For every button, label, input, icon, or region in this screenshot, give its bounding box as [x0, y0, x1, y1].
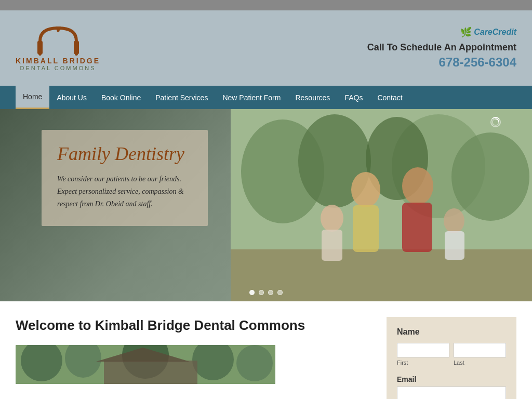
- svg-rect-0: [37, 41, 43, 54]
- hero-description: We consider our patients to be our frien…: [57, 173, 192, 210]
- svg-rect-25: [104, 361, 197, 384]
- svg-rect-13: [402, 203, 432, 252]
- carousel-dot-1[interactable]: [249, 290, 255, 295]
- svg-point-12: [402, 167, 433, 205]
- first-name-input[interactable]: [397, 343, 449, 357]
- top-bar: [0, 0, 532, 10]
- svg-point-16: [444, 208, 464, 233]
- header: KIMBALL BRIDGE DENTAL COMMONS 🌿 CareCred…: [0, 10, 532, 86]
- nav-item-about[interactable]: About Us: [49, 86, 94, 109]
- carousel-dot-2[interactable]: [259, 290, 264, 295]
- logo-arch-icon: [30, 25, 87, 57]
- svg-point-14: [321, 205, 343, 232]
- email-input[interactable]: [397, 387, 506, 399]
- carousel-dot-4[interactable]: [277, 290, 283, 295]
- care-credit-label: CareCredit: [474, 28, 516, 37]
- leaf-icon: 🌿: [460, 26, 472, 38]
- building-image: [16, 345, 275, 384]
- svg-marker-2: [56, 26, 61, 32]
- last-label: Last: [454, 360, 506, 366]
- nav-item-faqs[interactable]: FAQs: [337, 86, 370, 109]
- form-email-group: [397, 387, 506, 399]
- care-credit-badge: 🌿 CareCredit: [367, 26, 516, 38]
- form-name-label: Name: [397, 327, 506, 337]
- hero-section: Family Dentistry We consider our patient…: [0, 109, 532, 301]
- nav-item-patient-services[interactable]: Patient Services: [148, 86, 215, 109]
- hero-text-box: Family Dentistry We consider our patient…: [42, 130, 208, 226]
- svg-point-7: [451, 132, 529, 221]
- bottom-left: Welcome to Kimball Bridge Dental Commons: [16, 317, 371, 399]
- logo-line2: DENTAL COMMONS: [20, 65, 96, 71]
- logo: KIMBALL BRIDGE DENTAL COMMONS: [16, 25, 100, 71]
- hero-photo-svg: [231, 109, 532, 301]
- nav-item-new-patient-form[interactable]: New Patient Form: [215, 86, 288, 109]
- svg-rect-1: [74, 41, 79, 54]
- nav-item-book[interactable]: Book Online: [94, 86, 148, 109]
- building-svg: [16, 345, 275, 384]
- header-right: 🌿 CareCredit Call To Schedule An Appoint…: [367, 26, 516, 70]
- form-first-group: First: [397, 343, 449, 366]
- schedule-text: Call To Schedule An Appointment: [367, 42, 516, 53]
- nav-item-home[interactable]: Home: [16, 86, 49, 109]
- bottom-content: Welcome to Kimball Bridge Dental Commons…: [0, 301, 532, 399]
- welcome-title: Welcome to Kimball Bridge Dental Commons: [16, 317, 371, 335]
- svg-point-10: [351, 172, 380, 207]
- carousel-dot-3[interactable]: [268, 290, 273, 295]
- sidebar-form: Name First Last Email Phone: [387, 317, 516, 399]
- hero-photo: [231, 109, 532, 301]
- hero-title: Family Dentistry: [57, 143, 192, 165]
- svg-rect-17: [445, 231, 464, 260]
- form-last-group: Last: [454, 343, 506, 366]
- phone-number: 678-256-6304: [367, 55, 516, 70]
- logo-line1: KIMBALL BRIDGE: [16, 57, 100, 65]
- svg-point-24: [236, 345, 273, 381]
- form-name-row: First Last: [397, 343, 506, 371]
- carousel-dots: [249, 290, 283, 295]
- spinner-icon: [490, 117, 501, 127]
- form-email-label: Email: [397, 375, 506, 383]
- nav-item-contact[interactable]: Contact: [370, 86, 409, 109]
- first-label: First: [397, 360, 449, 366]
- nav-item-resources[interactable]: Resources: [288, 86, 337, 109]
- navigation: Home About Us Book Online Patient Servic…: [0, 86, 532, 109]
- svg-rect-15: [322, 230, 342, 261]
- svg-rect-11: [353, 205, 379, 252]
- last-name-input[interactable]: [454, 343, 506, 357]
